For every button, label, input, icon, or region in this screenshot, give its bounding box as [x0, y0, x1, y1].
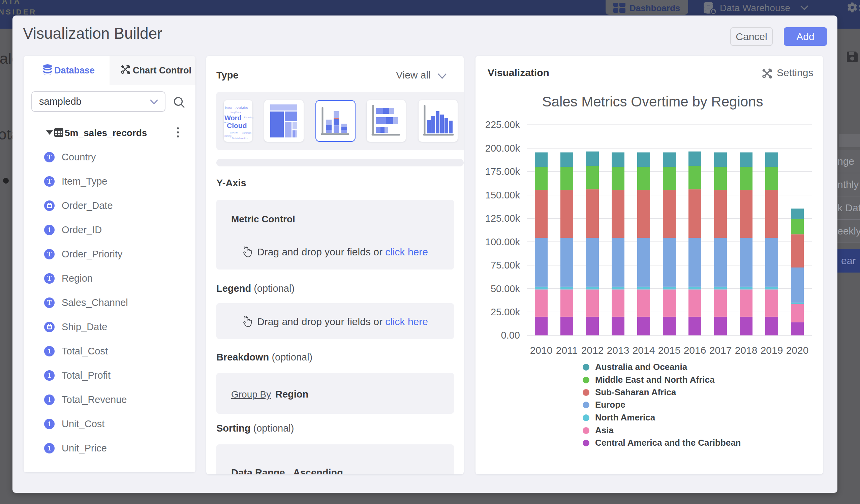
svg-text:2010: 2010	[530, 345, 553, 356]
svg-text:200.00k: 200.00k	[485, 143, 520, 154]
svg-text:2011: 2011	[556, 345, 578, 356]
svg-text:150.00k: 150.00k	[485, 190, 520, 200]
svg-text:0.00: 0.00	[501, 330, 520, 341]
svg-text:2020: 2020	[786, 345, 809, 356]
svg-text:75.00k: 75.00k	[491, 260, 520, 271]
svg-text:25.00k: 25.00k	[491, 306, 520, 317]
svg-text:50.00k: 50.00k	[491, 283, 520, 294]
svg-text:2012: 2012	[581, 345, 604, 356]
svg-text:2013: 2013	[607, 345, 630, 356]
svg-text:2017: 2017	[710, 345, 732, 356]
svg-text:2019: 2019	[761, 345, 783, 356]
svg-text:2018: 2018	[735, 345, 758, 356]
svg-text:175.00k: 175.00k	[485, 166, 520, 177]
svg-text:2016: 2016	[684, 345, 706, 356]
svg-text:2014: 2014	[632, 345, 655, 356]
svg-text:2015: 2015	[658, 345, 681, 356]
svg-text:125.00k: 125.00k	[485, 213, 520, 224]
svg-text:225.00k: 225.00k	[485, 119, 520, 130]
svg-text:100.00k: 100.00k	[485, 236, 520, 247]
